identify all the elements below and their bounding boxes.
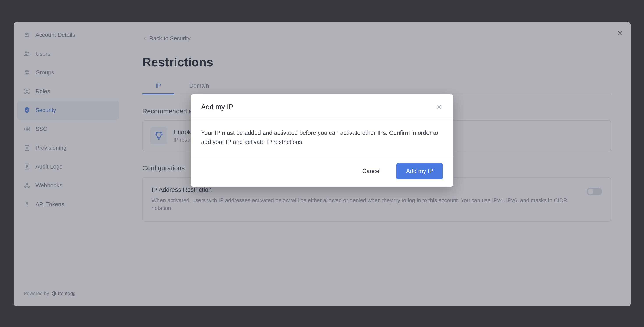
- add-my-ip-modal: Add my IP Your IP must be added and acti…: [190, 94, 454, 187]
- modal-title: Add my IP: [201, 103, 234, 111]
- modal-body: Your IP must be added and activated befo…: [190, 119, 454, 156]
- close-icon: [436, 104, 442, 110]
- cancel-button-label: Cancel: [362, 168, 380, 174]
- modal-footer: Cancel Add my IP: [190, 156, 454, 187]
- add-my-ip-button[interactable]: Add my IP: [396, 163, 443, 179]
- cancel-button[interactable]: Cancel: [352, 163, 390, 179]
- modal-close-button[interactable]: [436, 103, 443, 111]
- modal-header: Add my IP: [190, 94, 454, 119]
- confirm-button-label: Add my IP: [406, 168, 433, 174]
- modal-overlay[interactable]: Add my IP Your IP must be added and acti…: [0, 0, 644, 327]
